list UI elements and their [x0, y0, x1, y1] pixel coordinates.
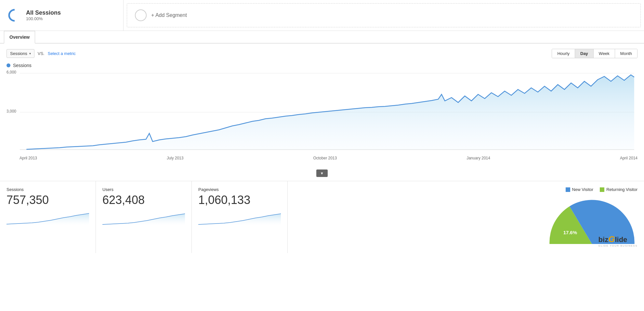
chart-controls: Sessions ▾ VS. Select a metric Hourly Da…: [7, 49, 637, 58]
chart-controls-left: Sessions ▾ VS. Select a metric: [7, 49, 76, 58]
add-segment-button[interactable]: + Add Segment: [127, 3, 641, 27]
pageviews-stat-label: Pageviews: [198, 187, 281, 192]
tab-overview[interactable]: Overview: [4, 31, 35, 44]
select-metric-link[interactable]: Select a metric: [48, 51, 76, 56]
segment-percentage: 100.00%: [26, 16, 61, 21]
x-axis: April 2013 July 2013 October 2013 Januar…: [7, 155, 637, 160]
tab-bar: Overview: [0, 31, 644, 44]
sessions-mini-chart: [7, 210, 89, 226]
stats-section: Sessions 757,350 Users 623,408: [0, 181, 644, 253]
pageviews-stat-card: Pageviews 1,060,133: [192, 181, 288, 253]
users-stat-card: Users 623,408: [96, 181, 192, 253]
line-chart-svg: [7, 70, 637, 155]
time-btn-week[interactable]: Week: [594, 49, 615, 58]
returning-visitor-label: Returning Visitor: [606, 187, 637, 192]
add-segment-circle-icon: [135, 9, 147, 21]
returning-visitor-color-swatch: [600, 187, 604, 192]
logo-text: bizGlide: [598, 236, 627, 244]
x-label-jan2014: January 2014: [467, 156, 490, 160]
chart-section: Sessions ▾ VS. Select a metric Hourly Da…: [0, 44, 644, 181]
time-btn-month[interactable]: Month: [615, 49, 637, 58]
users-stat-value: 623,408: [102, 193, 185, 207]
x-label-apr2014: April 2014: [620, 156, 637, 160]
metric-dropdown[interactable]: Sessions ▾: [7, 49, 34, 58]
new-visitor-legend: New Visitor: [566, 187, 594, 192]
main-chart: 6,000 3,000 April 2013 July 2013 Octo: [7, 70, 637, 168]
users-stat-label: Users: [102, 187, 185, 192]
x-label-oct2013: October 2013: [313, 156, 337, 160]
new-visitor-color-swatch: [566, 187, 570, 192]
metric-label: Sessions: [10, 51, 27, 56]
bizglide-logo: bizGlide GLIDE YOUR BUSINESS: [598, 234, 637, 247]
pie-section: New Visitor Returning Visitor 17.6%: [288, 181, 644, 253]
x-label-jul2013: July 2013: [167, 156, 183, 160]
new-visitor-label: New Visitor: [572, 187, 594, 192]
logo-lide: lide: [615, 236, 627, 244]
pie-legend: New Visitor Returning Visitor: [566, 187, 637, 192]
chart-legend: Sessions: [7, 63, 637, 68]
logo-tagline: GLIDE YOUR BUSINESS: [598, 244, 637, 247]
all-sessions-segment[interactable]: All Sessions 100.00%: [0, 0, 124, 31]
x-label-apr2013: April 2013: [20, 156, 37, 160]
sessions-stat-value: 757,350: [7, 193, 89, 207]
sessions-stat-label: Sessions: [7, 187, 89, 192]
pageviews-mini-chart: [198, 210, 281, 226]
vs-label: VS.: [38, 51, 45, 56]
sessions-legend-label: Sessions: [13, 63, 32, 68]
svg-text:17.6%: 17.6%: [563, 230, 577, 235]
sessions-stat-card: Sessions 757,350: [0, 181, 96, 253]
chart-expand-button[interactable]: ▾: [316, 169, 328, 177]
sessions-legend-dot: [7, 63, 10, 67]
time-buttons-group: Hourly Day Week Month: [552, 49, 637, 58]
segment-title: All Sessions: [26, 9, 61, 16]
time-btn-day[interactable]: Day: [575, 49, 594, 58]
pageviews-stat-value: 1,060,133: [198, 193, 281, 207]
logo-G: G: [608, 234, 615, 244]
pie-chart-container: 17.6% bizGlide GLIDE YOUR BUSINESS: [546, 195, 637, 247]
users-mini-chart: [102, 210, 185, 226]
chart-divider: ▾: [7, 168, 637, 181]
returning-visitor-legend: Returning Visitor: [600, 187, 637, 192]
segment-bar: All Sessions 100.00% + Add Segment: [0, 0, 644, 31]
dropdown-arrow-icon: ▾: [29, 52, 31, 55]
add-segment-label: + Add Segment: [151, 12, 187, 18]
sessions-icon: [8, 8, 21, 22]
time-btn-hourly[interactable]: Hourly: [552, 49, 575, 58]
